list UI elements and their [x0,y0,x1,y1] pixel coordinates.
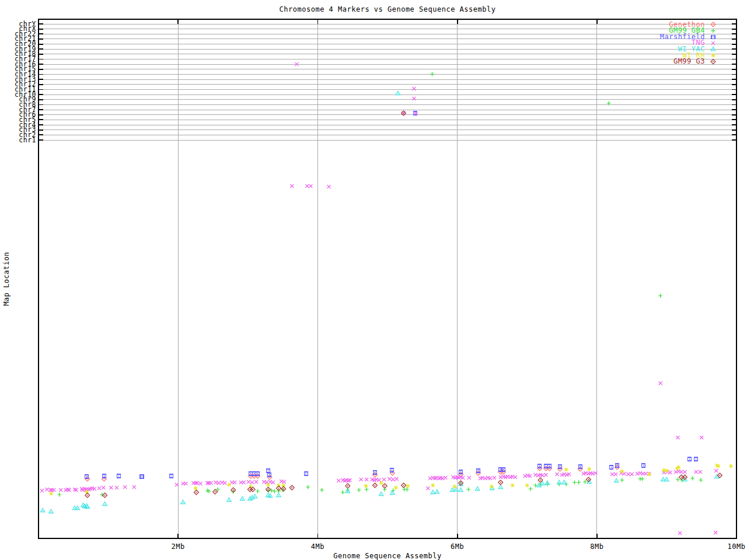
x-tick-label: 2Mb [159,542,197,551]
x-tick-label: 6Mb [439,542,476,551]
x-tick-label: 10Mb [718,542,747,551]
chromosome-marker-chart: Chromosome 4 Markers vs Genome Sequence … [0,0,747,560]
chart-title: Chromosome 4 Markers vs Genome Sequence … [39,5,736,13]
legend-label-gm99-g3: GM99 G3 [588,58,705,65]
x-axis-title: Genome Sequence Assembly [39,552,736,560]
y-axis-title: Map Location [2,252,11,306]
legend-label-marshfield: Marshfield [588,34,705,40]
x-tick-label: 8Mb [578,542,616,551]
x-tick-label: 4Mb [299,542,336,551]
plot-canvas [0,0,747,560]
y-tick-label: chr1 [0,138,36,143]
